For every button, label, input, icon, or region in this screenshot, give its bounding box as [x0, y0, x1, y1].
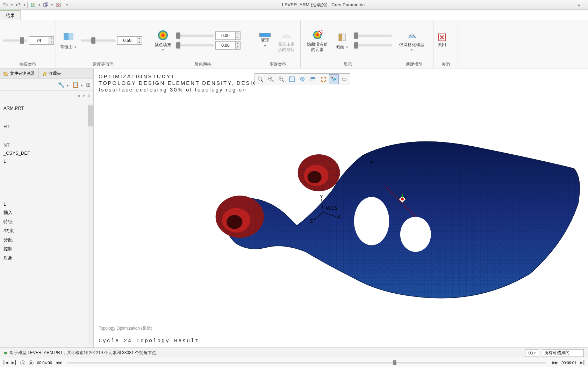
next-button[interactable]: ▶┃: [580, 360, 585, 365]
svg-text:Y: Y: [320, 194, 323, 199]
undo-button[interactable]: [1, 1, 10, 9]
mesh-only-button[interactable]: 仅网格化模型 ▼: [398, 28, 426, 52]
redo-dropdown[interactable]: ▼: [23, 3, 26, 7]
search-dropdown[interactable]: ▼: [83, 95, 85, 98]
prev-button[interactable]: ┃◀: [3, 360, 8, 365]
zoom-out-icon[interactable]: [277, 74, 286, 84]
tree-item[interactable]: 控制: [1, 244, 92, 254]
windows-dropdown[interactable]: ▼: [51, 3, 53, 7]
viewport-footer-cycle: Cycle 24 Topology Result: [99, 338, 199, 344]
selection-filter[interactable]: 所有可选择的: [542, 349, 584, 357]
svg-point-13: [258, 77, 261, 80]
display-slider-2[interactable]: [353, 44, 392, 46]
topology-canvas[interactable]: X Y Z WCS ↖: [94, 89, 588, 326]
qat-customize[interactable]: ▼: [66, 3, 69, 7]
close-button[interactable]: 关闭: [436, 32, 447, 48]
color-min-input[interactable]: ▲▼: [215, 41, 241, 50]
refit-icon[interactable]: [287, 74, 297, 84]
viewport[interactable]: OPTIMIZATIONSTUDY1 TOPOLOGY DESIGN ELEME…: [94, 68, 588, 347]
deform-button[interactable]: 变形 ▼: [258, 32, 272, 49]
tree-item[interactable]: HT: [1, 123, 92, 131]
status-indicator: [4, 352, 7, 354]
search-close-icon[interactable]: ×: [78, 93, 80, 99]
collapse-ribbon-button[interactable]: ▲: [577, 2, 585, 7]
favorites-tab[interactable]: 收藏夹: [39, 68, 65, 79]
density-value-input[interactable]: ▲▼: [117, 36, 142, 45]
viewport-toolbar: [254, 73, 350, 85]
settings-icon[interactable]: 🔧 ▼: [58, 81, 69, 88]
regen-dropdown[interactable]: ▼: [38, 3, 41, 7]
view3d-icon[interactable]: [297, 74, 307, 84]
color-fill-button[interactable]: 颜色填充 ▼: [153, 28, 173, 52]
svg-point-26: [227, 215, 242, 229]
find-button[interactable]: ▼: [525, 349, 539, 357]
svg-point-1: [33, 4, 34, 6]
display-slider-1[interactable]: [353, 35, 392, 37]
regenerate-button[interactable]: [29, 1, 37, 9]
group-label-density: 密度等值面: [56, 60, 150, 68]
snapshot-icon[interactable]: [318, 74, 328, 84]
query-icon[interactable]: [329, 74, 339, 84]
zoom-in-icon[interactable]: [266, 74, 276, 84]
rewind-button[interactable]: ◀◀: [56, 360, 61, 365]
folder-browser-tab[interactable]: 文件夹浏览器: [0, 68, 39, 79]
close-window-button[interactable]: [54, 1, 63, 9]
tree-item[interactable]: 分配: [1, 235, 92, 244]
sidebar-scrollbar[interactable]: [88, 104, 93, 345]
marker-a[interactable]: A: [20, 360, 25, 365]
isosurface-button[interactable]: 等值面 ▼: [59, 30, 78, 50]
section-button[interactable]: 截面 ▼: [334, 30, 351, 50]
search-add-icon[interactable]: +: [87, 93, 91, 99]
group-label-response: 响应类型: [0, 60, 56, 68]
tree-item[interactable]: 插入: [1, 208, 92, 217]
tree-item[interactable]: /约束: [1, 226, 92, 235]
color-max-input[interactable]: ▲▼: [215, 31, 241, 40]
svg-point-19: [331, 77, 333, 78]
time-current: 00:04:06: [37, 361, 52, 365]
svg-point-22: [400, 217, 431, 252]
tree-icon[interactable]: ⊞: [86, 81, 91, 88]
response-value-input[interactable]: ▲▼: [29, 36, 54, 45]
list-icon[interactable]: 📋 ▼: [72, 81, 83, 88]
forward-button[interactable]: ▶▶: [552, 360, 558, 365]
show-undeformed-button[interactable]: 显示未变形的形状: [275, 28, 297, 53]
density-slider[interactable]: [81, 39, 116, 42]
undo-dropdown[interactable]: ▼: [10, 3, 13, 7]
sidebar: 文件夹浏览器 收藏夹 🔧 ▼ 📋 ▼ ⊞ × ▼ + ARM.PRT HT NT…: [0, 68, 94, 347]
tree-item[interactable]: ARM.PRT: [1, 104, 92, 112]
annotation-icon[interactable]: [339, 74, 349, 84]
tree-item[interactable]: _CSYS_DEF: [1, 149, 92, 157]
tab-results[interactable]: 结果: [0, 10, 21, 20]
tree-item[interactable]: NT: [1, 141, 92, 149]
quick-access-toolbar: ▼ ▼ ▼ ▼ ▼: [0, 1, 70, 9]
time-total: 00:06:01: [561, 361, 576, 365]
group-label-close: 关闭: [433, 60, 458, 68]
status-message: 对于模型 LEVER_ARM.PRT，共计检索到 201219 个元素和 380…: [10, 350, 522, 356]
ribbon-tabs: 结果: [0, 10, 588, 20]
cylinder-1: [216, 196, 264, 238]
svg-text:WCS: WCS: [326, 205, 337, 211]
media-slider[interactable]: [67, 362, 546, 364]
tree-item[interactable]: 1: [1, 157, 92, 165]
response-slider[interactable]: [3, 39, 27, 42]
svg-text:Z: Z: [310, 218, 313, 224]
media-bar: ┃◀ ▶┃ A B 00:04:06 ◀◀ ▶▶ 00:06:01 ▶┃: [0, 358, 588, 367]
zoom-fit-icon[interactable]: [256, 74, 265, 84]
tree-item[interactable]: 对象: [1, 254, 92, 263]
hide-novalue-button[interactable]: 隐藏没有值的元素: [303, 28, 331, 53]
color-slider-min[interactable]: [175, 44, 214, 46]
ribbon: ▲▼ 响应类型 等值面 ▼ ▲▼ 密度等值面: [0, 20, 588, 68]
tree-item[interactable]: 1: [1, 200, 92, 208]
saved-view-icon[interactable]: [308, 74, 318, 84]
redo-button[interactable]: [14, 1, 22, 9]
model-tree: ARM.PRT HT NT _CSYS_DEF 1 1 插入 特征 /约束 分配…: [0, 101, 93, 347]
tree-item[interactable]: 特征: [1, 217, 92, 226]
marker-b[interactable]: B: [29, 360, 34, 365]
svg-point-43: [531, 352, 533, 354]
group-label-colormesh: 颜色网格: [150, 60, 255, 68]
status-bar: 对于模型 LEVER_ARM.PRT，共计检索到 201219 个元素和 380…: [0, 347, 588, 358]
play-button[interactable]: ▶┃: [12, 360, 17, 365]
windows-button[interactable]: [42, 1, 50, 9]
svg-point-42: [529, 352, 531, 354]
color-slider-max[interactable]: [175, 35, 214, 37]
